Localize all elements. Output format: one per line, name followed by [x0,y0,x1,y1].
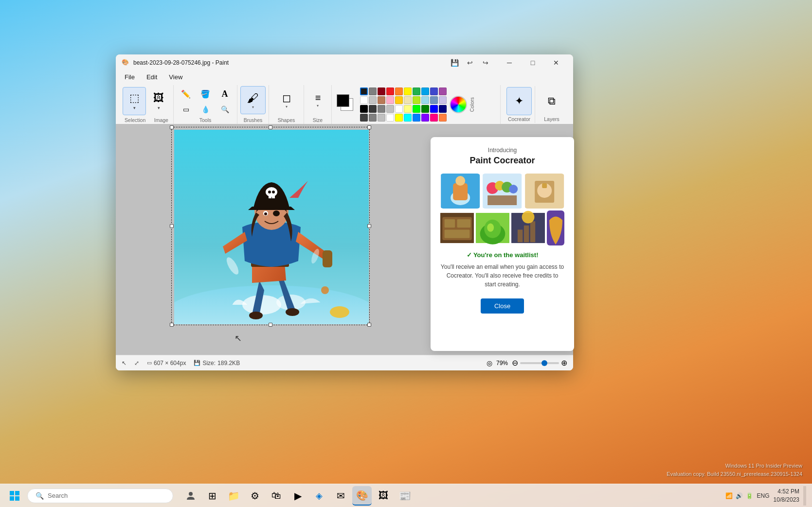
language-indicator[interactable]: ENG [757,492,770,499]
color-swatch-pink[interactable] [386,96,394,104]
system-clock[interactable]: 4:52 PM 10/8/2023 [774,488,799,504]
close-button[interactable]: ✕ [545,54,567,71]
size-button[interactable]: ≡ ▾ [307,86,328,114]
start-button[interactable] [6,487,23,505]
handle-top-middle[interactable] [269,125,272,129]
eraser-tool-button[interactable]: ▭ [177,103,195,116]
color-swatch-r3-4[interactable] [386,105,394,113]
network-icon[interactable]: 📶 [725,492,733,499]
color-swatch-black[interactable] [360,87,368,95]
image-canvas[interactable] [174,130,369,324]
svg-point-14 [272,191,275,193]
color-swatch-orange[interactable] [395,87,403,95]
zoom-tool-button[interactable]: 🔍 [216,103,234,116]
color-swatch-gold[interactable] [395,96,403,104]
handle-bottom-left[interactable] [170,323,174,327]
color-swatch-lightgray[interactable] [369,96,377,104]
expand-view[interactable]: ⤢ [134,360,139,367]
colorpick-tool-button[interactable]: 💧 [196,103,215,116]
color-swatch-r4-10[interactable] [439,114,447,122]
color-swatch-indigo[interactable] [430,87,438,95]
text-tool-button[interactable]: A [216,87,234,101]
color-swatch-purple[interactable] [439,87,447,95]
cocreator-close-button[interactable]: Close [481,298,524,314]
maximize-button[interactable]: □ [522,54,544,71]
color-swatch-r4-7[interactable] [413,114,420,122]
color-wheel-button[interactable] [450,96,467,113]
taskbar-app-store[interactable]: 🛍 [267,486,286,506]
zoom-out-button[interactable]: ⊖ [512,358,518,367]
color-swatch-r4-9[interactable] [430,114,438,122]
color-swatch-r3-10[interactable] [439,105,447,113]
menu-file[interactable]: File [120,72,140,82]
color-swatch-yellow[interactable] [404,87,412,95]
color-swatch-r3-3[interactable] [378,105,385,113]
color-swatch-lightblue[interactable] [421,96,429,104]
shapes-button[interactable]: ◻ ▾ [274,86,299,114]
show-desktop-button[interactable] [803,486,806,506]
color-swatch-lime[interactable] [413,96,420,104]
layers-button[interactable]: ⧉ [540,87,563,115]
fill-tool-button[interactable]: 🪣 [196,87,215,101]
pencil-tool-button[interactable]: ✏️ [177,87,195,101]
handle-middle-left[interactable] [170,224,174,228]
waitlist-badge: ✓ You're on the waitlist! [467,251,539,259]
taskbar-app-settings[interactable]: ⚙ [245,486,265,506]
color-swatch-r3-8[interactable] [421,105,429,113]
focus-mode-icon[interactable]: ◎ [487,359,492,367]
color-swatch-r4-8[interactable] [421,114,429,122]
brushes-button[interactable]: 🖌 ▾ [240,86,266,114]
menu-edit[interactable]: Edit [142,72,162,82]
handle-top-left[interactable] [170,125,174,129]
taskbar-app-fileexplorer[interactable]: 📁 [224,486,243,506]
zoom-slider[interactable] [520,362,559,364]
zoom-thumb[interactable] [541,360,547,366]
color-swatch-darkred[interactable] [378,87,385,95]
taskbar-app-news[interactable]: 📰 [395,486,415,506]
taskbar-app-user[interactable] [181,486,200,506]
taskbar-app-edge[interactable]: ◈ [309,486,329,506]
color-swatch-r3-9[interactable] [430,105,438,113]
taskbar-app-widgets[interactable]: ⊞ [202,486,222,506]
selection-tool-button[interactable]: ⬚ ▾ [123,87,146,115]
svg-rect-40 [445,229,470,238]
foreground-color-swatch[interactable] [337,94,349,107]
color-swatch-cornflower[interactable] [430,96,438,104]
color-swatch-brown[interactable] [378,96,385,104]
save-button[interactable]: 💾 [448,56,461,70]
undo-button[interactable]: ↩ [463,56,477,70]
color-swatch-r4-1[interactable] [360,114,368,122]
brushes-icon: 🖌 [247,91,259,105]
color-swatch-r3-5[interactable] [395,105,403,113]
taskbar-app-photos[interactable]: 🖼 [374,486,393,506]
color-swatch-r4-4[interactable] [386,114,394,122]
color-swatch-green[interactable] [413,87,420,95]
image-tool-button[interactable]: 🖼 ▾ [147,87,170,115]
handle-top-right[interactable] [367,125,371,129]
color-swatch-r3-7[interactable] [413,105,420,113]
color-swatch-r4-6[interactable] [404,114,412,122]
cocreator-button[interactable]: ✦ [506,87,532,115]
taskbar-app-mail[interactable]: ✉ [331,486,350,506]
color-swatch-gray[interactable] [369,87,377,95]
taskbar-app-terminal[interactable]: ▶ [288,486,307,506]
color-swatch-r4-2[interactable] [369,114,377,122]
redo-button[interactable]: ↪ [479,56,492,70]
color-swatch-r3-2[interactable] [369,105,377,113]
taskbar-app-paint[interactable]: 🎨 [352,486,372,506]
color-swatch-blue[interactable] [421,87,429,95]
color-swatch-red[interactable] [386,87,394,95]
color-swatch-r4-5[interactable] [395,114,403,122]
color-swatch-white[interactable] [360,96,368,104]
color-swatch-cream[interactable] [404,96,412,104]
zoom-in-button[interactable]: ⊕ [561,358,567,367]
color-swatch-r4-3[interactable] [378,114,385,122]
color-swatch-r3-1[interactable] [360,105,368,113]
taskbar-search[interactable]: 🔍 Search [27,489,173,503]
battery-icon[interactable]: 🔋 [746,492,753,499]
color-swatch-lavender[interactable] [439,96,447,104]
minimize-button[interactable]: ─ [498,54,521,71]
color-swatch-r3-6[interactable] [404,105,412,113]
menu-view[interactable]: View [164,72,187,82]
volume-icon[interactable]: 🔊 [736,492,743,499]
